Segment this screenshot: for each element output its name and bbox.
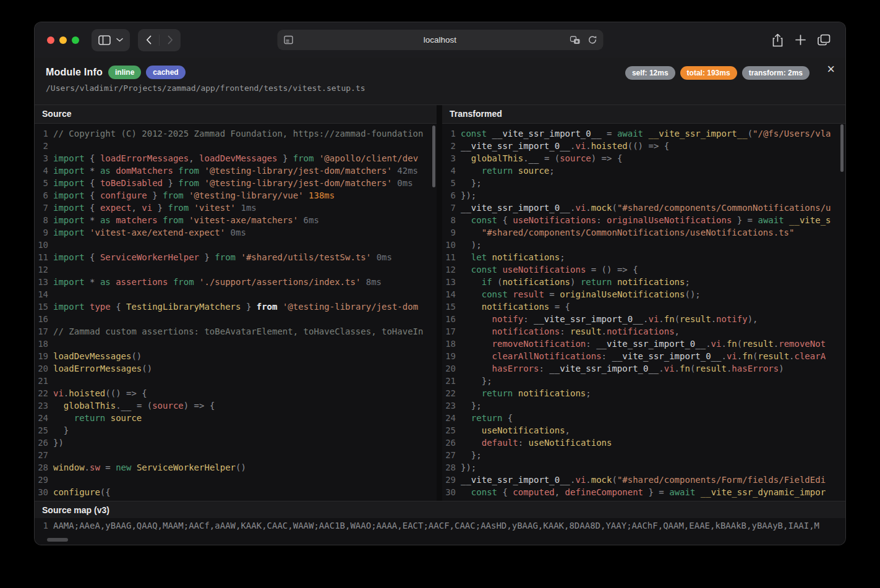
- transformed-scrollbar-thumb[interactable]: [840, 124, 844, 172]
- line-number: 23: [35, 399, 53, 412]
- line-number: 25: [35, 424, 53, 437]
- line-number: 24: [442, 412, 461, 424]
- code-text: }: [53, 424, 69, 437]
- code-line: 2__vite_ssr_import_0__.vi.hoisted(() => …: [442, 140, 845, 152]
- code-text: // Zammad custom assertions: toBeAvatarE…: [53, 325, 423, 338]
- code-line: 30configure({: [35, 486, 437, 498]
- code-text: notifications: result.notifications,: [461, 325, 680, 338]
- line-number: 2: [442, 140, 461, 152]
- source-scrollbar-thumb[interactable]: [432, 126, 435, 187]
- traffic-light[interactable]: [72, 36, 79, 44]
- line-number: 6: [35, 189, 53, 202]
- code-text: const useNotifications = () => {: [461, 263, 638, 276]
- code-line: 20loadErrorMessages(): [35, 362, 437, 375]
- code-line: 22 return notifications;: [442, 387, 845, 399]
- code-text: const __vite_ssr_import_0__ = await __vi…: [461, 127, 831, 140]
- code-line: 29: [35, 474, 437, 486]
- traffic-lights: [47, 36, 79, 44]
- line-number: 6: [442, 189, 461, 202]
- line-number: 28: [442, 461, 461, 474]
- traffic-light[interactable]: [47, 36, 54, 44]
- code-line: 19 clearAllNotifications: __vite_ssr_imp…: [442, 350, 845, 362]
- tab-overview-icon[interactable]: [818, 34, 831, 46]
- code-line: 24 return source: [35, 412, 437, 424]
- code-text: return source;: [461, 164, 555, 177]
- new-tab-icon[interactable]: [795, 35, 806, 45]
- code-text: import * as assertions from './support/a…: [53, 276, 382, 288]
- code-text: import { loadErrorMessages, loadDevMessa…: [53, 152, 418, 164]
- code-line: 26 default: useNotifications: [442, 437, 845, 449]
- code-text: globalThis.__ = (source) => {: [53, 399, 215, 412]
- line-number: 10: [35, 239, 53, 251]
- code-text: vi.hoisted(() => {: [53, 387, 147, 399]
- sidebar-toggle-button[interactable]: [92, 29, 130, 51]
- code-line: 25 }: [35, 424, 437, 437]
- line-number: 19: [442, 350, 461, 362]
- transformed-panel-title: Transformed: [442, 105, 845, 124]
- code-text: notify: __vite_ssr_import_0__.vi.fn(resu…: [461, 313, 758, 325]
- panel-divider: [437, 105, 442, 501]
- sourcemap-hscrollbar-thumb[interactable]: [47, 538, 68, 542]
- code-text: let notifications;: [461, 251, 565, 263]
- line-number: 20: [35, 362, 53, 375]
- close-icon[interactable]: ×: [827, 62, 835, 76]
- badge: total: 193ms: [680, 66, 737, 80]
- line-number: 3: [442, 152, 461, 164]
- line-number: 5: [442, 177, 461, 189]
- reload-icon[interactable]: [587, 35, 597, 45]
- line-number: 22: [35, 387, 53, 399]
- code-text: import * as domMatchers from '@testing-l…: [53, 164, 418, 177]
- line-number: 3: [35, 152, 53, 164]
- code-line: 8 const { useNotifications: originalUseN…: [442, 214, 845, 226]
- line-number: 21: [35, 375, 53, 387]
- line-number: 27: [35, 449, 53, 461]
- line-number: 26: [35, 437, 53, 449]
- code-text: import { ServiceWorkerHelper } from '#sh…: [53, 251, 392, 263]
- code-line: 24 return {: [442, 412, 845, 424]
- code-line: 10 );: [442, 239, 845, 251]
- code-line: 26}): [35, 437, 437, 449]
- translate-icon[interactable]: [570, 36, 580, 45]
- line-number: 24: [35, 412, 53, 424]
- line-number: 7: [442, 202, 461, 214]
- line-number: 16: [35, 313, 53, 325]
- code-line: 11import { ServiceWorkerHelper } from '#…: [35, 251, 437, 263]
- code-text: });: [461, 461, 476, 474]
- code-line: 4import * as domMatchers from '@testing-…: [35, 164, 437, 177]
- chevron-down-icon: [116, 38, 123, 42]
- forward-button[interactable]: [160, 29, 181, 51]
- code-line: 14: [35, 288, 437, 300]
- line-number: 4: [442, 164, 461, 177]
- code-text: return notifications;: [461, 387, 591, 399]
- code-line: 17 notifications: result.notifications,: [442, 325, 845, 338]
- code-text: globalThis.__ = (source) => {: [461, 152, 622, 164]
- traffic-light[interactable]: [59, 36, 67, 44]
- code-line: 21: [35, 375, 437, 387]
- code-line: 18 removeNotification: __vite_ssr_import…: [442, 338, 845, 350]
- line-number: 30: [35, 486, 53, 498]
- line-number: 23: [442, 399, 461, 412]
- code-text: );: [461, 239, 482, 251]
- code-text: useNotifications,: [461, 424, 570, 437]
- address-bar[interactable]: localhost: [277, 30, 603, 50]
- code-text: // Copyright (C) 2012-2025 Zammad Founda…: [53, 127, 423, 140]
- line-number: 9: [35, 226, 53, 239]
- code-line: 30 const { computed, defineComponent } =…: [442, 486, 845, 498]
- code-line: 27 };: [442, 449, 845, 461]
- line-number: 19: [35, 350, 53, 362]
- code-text: });: [461, 189, 476, 202]
- code-text: };: [461, 399, 482, 412]
- code-text: configure({: [53, 486, 111, 498]
- line-number: 27: [442, 449, 461, 461]
- back-button[interactable]: [138, 29, 159, 51]
- nav-buttons: [138, 29, 181, 51]
- share-icon[interactable]: [772, 33, 784, 47]
- code-line: 22vi.hoisted(() => {: [35, 387, 437, 399]
- code-text: __vite_ssr_import_0__.vi.hoisted(() => {: [461, 140, 669, 152]
- line-number: 18: [442, 338, 461, 350]
- code-line: 19loadDevMessages(): [35, 350, 437, 362]
- code-line: 23 globalThis.__ = (source) => {: [35, 399, 437, 412]
- code-text: const result = originalUseNotifications(…: [461, 288, 701, 300]
- code-line: 8import * as matchers from 'vitest-axe/m…: [35, 214, 437, 226]
- code-text: if (notifications) return notifications;: [461, 276, 690, 288]
